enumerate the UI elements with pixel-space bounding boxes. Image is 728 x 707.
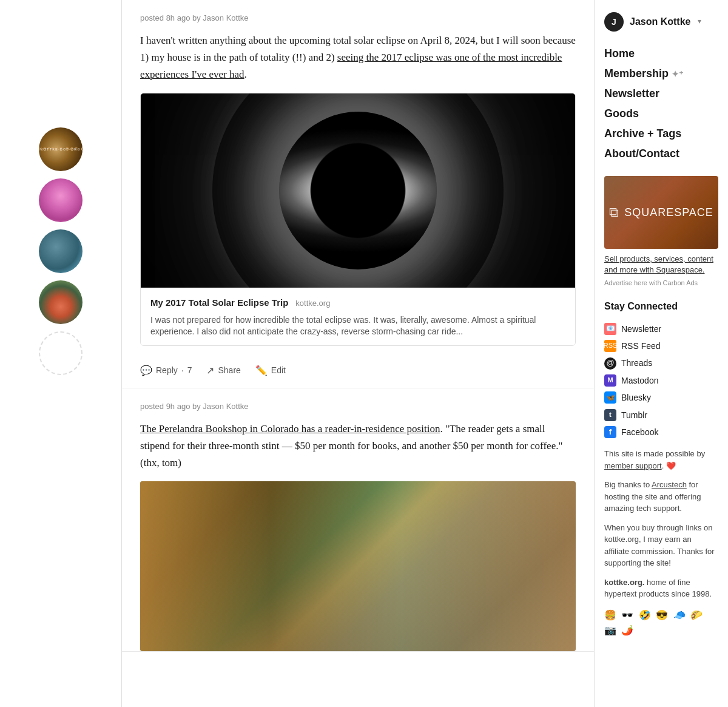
share-icon: ↗ [206,363,214,379]
arcustech-link[interactable]: Arcustech [652,480,687,489]
social-mastodon[interactable]: M Mastodon [604,372,718,389]
link-preview-title: My 2017 Total Solar Eclipse Trip kottke.… [150,295,565,311]
facebook-icon: f [604,426,616,438]
avatar-empty[interactable] [39,331,83,375]
nav-newsletter[interactable]: Newsletter [604,84,718,104]
nav-membership[interactable]: Membership ✦⁺ [604,64,718,84]
share-button[interactable]: ↗ Share [206,363,240,379]
ad-block: ⧉ SQUARESPACE Sell products, services, c… [604,176,718,289]
nav-goods[interactable]: Goods [604,104,718,124]
main-content: posted 8h ago by Jason Kottke I haven't … [121,0,595,707]
link-preview-desc: I was not prepared for how incredible th… [150,314,565,338]
stay-connected-title: Stay Connected [604,299,718,314]
reply-icon: 💬 [140,363,152,379]
ad-tagline: Sell products, services, content and mor… [604,254,718,276]
user-name: Jason Kottke [630,14,690,30]
social-facebook[interactable]: f Facebook [604,424,718,441]
social-list: 📧 Newsletter RSS RSS Feed @ Threads M Ma… [604,320,718,441]
post-1-link[interactable]: seeing the 2017 eclipse was one of the m… [140,52,562,80]
avatar-pink[interactable] [39,178,83,222]
arcustech-text: Big thanks to Arcustech for hosting the … [604,479,718,515]
post-1-meta: posted 8h ago by Jason Kottke [140,12,576,25]
post-2-text: The Perelandra Bookshop in Colorado has … [140,421,576,472]
link-preview-eclipse[interactable]: My 2017 Total Solar Eclipse Trip kottke.… [140,93,576,346]
post-2-link[interactable]: The Perelandra Bookshop in Colorado has … [140,423,440,435]
nav-archive[interactable]: Archive + Tags [604,124,718,144]
tumblr-icon: t [604,409,616,421]
nav-menu: Home Membership ✦⁺ Newsletter Goods Arch… [604,44,718,164]
ad-brand: SQUARESPACE [624,204,713,222]
rss-icon: RSS [604,340,616,352]
affiliate-text: When you buy through links on kottke.org… [604,522,718,569]
squarespace-icon: ⧉ [609,201,619,223]
ad-logo: ⧉ SQUARESPACE [609,201,713,223]
avatar-orange[interactable] [39,280,83,324]
social-bluesky[interactable]: 🦋 Bluesky [604,389,718,406]
chevron-down-icon: ▾ [698,16,701,27]
social-rss[interactable]: RSS RSS Feed [604,337,718,354]
member-support-link[interactable]: member support [604,461,662,470]
post-1: posted 8h ago by Jason Kottke I haven't … [122,0,594,388]
mastodon-icon: M [604,374,616,387]
avatar-kottke[interactable]: KOTTKE·DOT·ORG [39,127,83,171]
right-sidebar: J Jason Kottke ▾ Home Membership ✦⁺ News… [595,0,728,707]
post-1-actions: 💬 Reply · 7 ↗ Share ✏️ Edit [140,356,576,388]
tagline-text: kottke.org. home of fine hypertext produ… [604,577,718,600]
eclipse-image [141,93,575,288]
member-support-text: This site is made possible by member sup… [604,448,718,472]
edit-icon: ✏️ [255,363,268,379]
user-header[interactable]: J Jason Kottke ▾ [604,12,718,32]
threads-icon: @ [604,357,616,370]
emoji-row: 🍔 🕶️ 🤣 😎 🧢 🌮 📷 🌶️ [604,607,718,638]
nav-about[interactable]: About/Contact [604,144,718,164]
user-avatar: J [604,12,624,32]
social-newsletter[interactable]: 📧 Newsletter [604,320,718,337]
post-1-text: I haven't written anything about the upc… [140,32,576,83]
avatar-teal[interactable] [39,229,83,273]
post-2: posted 9h ago by Jason Kottke The Perela… [122,388,594,652]
bluesky-icon: 🦋 [604,391,616,404]
ad-attribution: Advertise here with Carbon Ads [604,278,718,289]
social-tumblr[interactable]: t Tumblr [604,407,718,424]
carbon-ads-link[interactable]: Carbon Ads [663,279,698,286]
link-preview-body: My 2017 Total Solar Eclipse Trip kottke.… [141,288,575,345]
edit-button[interactable]: ✏️ Edit [255,363,286,379]
social-threads[interactable]: @ Threads [604,354,718,371]
reply-button[interactable]: 💬 Reply · 7 [140,363,192,379]
ad-image[interactable]: ⧉ SQUARESPACE [604,176,718,249]
link-preview-source: kottke.org [295,299,330,308]
membership-icon: ✦⁺ [672,69,683,79]
ad-link[interactable]: Sell products, services, content and mor… [604,254,713,274]
bookshop-image [140,481,576,651]
post-2-meta: posted 9h ago by Jason Kottke [140,401,576,413]
nav-home[interactable]: Home [604,44,718,64]
left-sidebar: KOTTKE·DOT·ORG [0,0,121,707]
newsletter-icon: 📧 [604,323,616,335]
